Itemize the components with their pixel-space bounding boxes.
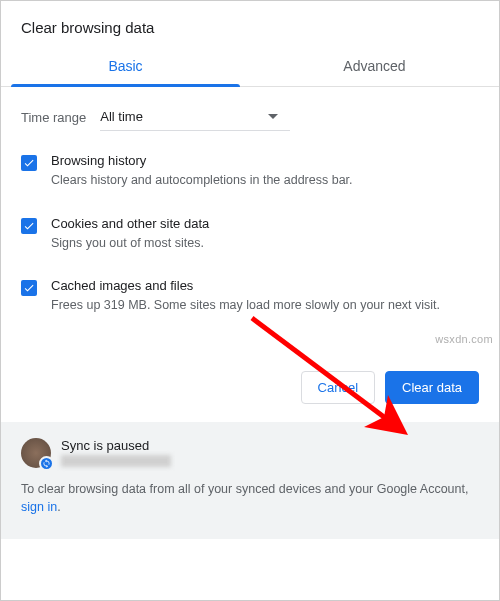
option-title: Browsing history: [51, 153, 353, 168]
tab-basic[interactable]: Basic: [1, 48, 250, 86]
watermark: wsxdn.com: [435, 333, 493, 345]
option-desc: Signs you out of most sites.: [51, 235, 209, 253]
option-title: Cached images and files: [51, 278, 440, 293]
dialog-actions: Cancel Clear data: [1, 349, 499, 422]
option-cookies: Cookies and other site data Signs you ou…: [21, 216, 479, 253]
time-range-row: Time range All time: [21, 103, 479, 131]
time-range-label: Time range: [21, 110, 86, 125]
footer-message-text: To clear browsing data from all of your …: [21, 482, 468, 496]
checkbox-browsing-history[interactable]: [21, 155, 37, 171]
option-title: Cookies and other site data: [51, 216, 209, 231]
sync-icon: [42, 459, 51, 468]
checkbox-cookies[interactable]: [21, 218, 37, 234]
avatar: [21, 438, 51, 468]
tabs: Basic Advanced: [1, 48, 499, 87]
check-icon: [23, 157, 35, 169]
dialog-footer: Sync is paused To clear browsing data fr…: [1, 422, 499, 540]
sync-text: Sync is paused: [61, 438, 171, 467]
sync-paused-icon: [39, 456, 54, 471]
sync-status-row: Sync is paused: [21, 438, 479, 468]
option-desc: Frees up 319 MB. Some sites may load mor…: [51, 297, 440, 315]
option-desc: Clears history and autocompletions in th…: [51, 172, 353, 190]
option-text: Browsing history Clears history and auto…: [51, 153, 353, 190]
time-range-value: All time: [100, 109, 143, 124]
cancel-button[interactable]: Cancel: [301, 371, 375, 404]
time-range-select[interactable]: All time: [100, 103, 290, 131]
sign-in-link[interactable]: sign in: [21, 500, 57, 514]
option-cache: Cached images and files Frees up 319 MB.…: [21, 278, 479, 315]
tab-advanced[interactable]: Advanced: [250, 48, 499, 86]
option-browsing-history: Browsing history Clears history and auto…: [21, 153, 479, 190]
option-text: Cached images and files Frees up 319 MB.…: [51, 278, 440, 315]
chevron-down-icon: [268, 114, 278, 119]
footer-period: .: [57, 500, 60, 514]
checkbox-cache[interactable]: [21, 280, 37, 296]
check-icon: [23, 220, 35, 232]
option-text: Cookies and other site data Signs you ou…: [51, 216, 209, 253]
check-icon: [23, 282, 35, 294]
sync-account-email: [61, 455, 171, 467]
footer-message: To clear browsing data from all of your …: [21, 480, 479, 518]
sync-status-label: Sync is paused: [61, 438, 171, 453]
dialog-title: Clear browsing data: [1, 1, 499, 48]
dialog-content: Time range All time Browsing history Cle…: [1, 87, 499, 349]
clear-data-button[interactable]: Clear data: [385, 371, 479, 404]
